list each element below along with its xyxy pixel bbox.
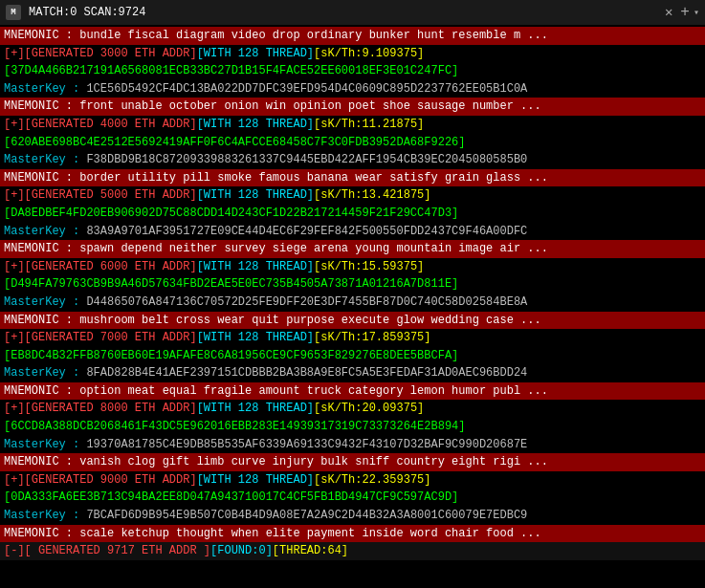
masterkey-line: MasterKey : 7BCAFD6D9B954E9B507C0B4B4D9A… (0, 507, 705, 525)
tab-dropdown-button[interactable]: ▾ (694, 7, 699, 18)
generated-line: [+][GENERATED 9000 ETH ADDR][WITH 128 TH… (0, 471, 705, 490)
generated-line: [+][GENERATED 6000 ETH ADDR][WITH 128 TH… (0, 258, 705, 276)
address-line: [620ABE698BC4E2512E5692419AFF0F6C4AFCCE6… (0, 134, 705, 152)
masterkey-line: MasterKey : 19370A81785C4E9DB85B535AF633… (0, 436, 705, 454)
generated-line: [+][GENERATED 5000 ETH ADDR][WITH 128 TH… (0, 186, 705, 205)
new-tab-button[interactable]: + (680, 4, 690, 21)
mnemonic-line: MNEMONIC : spawn depend neither survey s… (0, 240, 705, 258)
mnemonic-line: MNEMONIC : scale ketchup thought when el… (0, 525, 705, 543)
masterkey-line: MasterKey : 83A9A9701AF3951727E09CE44D4E… (0, 223, 705, 241)
generated-line: [+][GENERATED 8000 ETH ADDR][WITH 128 TH… (0, 400, 705, 418)
mnemonic-line: MNEMONIC : border utility pill smoke fam… (0, 169, 705, 187)
title-text: MATCH:0 SCAN:9724 (29, 6, 646, 19)
generated-line: [+][GENERATED 7000 ETH ADDR][WITH 128 TH… (0, 329, 705, 347)
status-line: [-][ GENERATED 9717 ETH ADDR ][FOUND:0][… (0, 542, 705, 560)
generated-line: [+][GENERATED 4000 ETH ADDR][WITH 128 TH… (0, 116, 705, 134)
mnemonic-line: MNEMONIC : vanish clog gift limb curve i… (0, 453, 705, 471)
mnemonic-line: MNEMONIC : option meat equal fragile amo… (0, 382, 705, 401)
masterkey-line: MasterKey : 1CE56D5492CF4DC13BA022DD7DFC… (0, 80, 705, 98)
address-line: [0DA333FA6EE3B713C94BA2EE8D047A943710017… (0, 489, 705, 507)
address-line: [DA8EDBEF4FD20EB906902D75C88CDD14D243CF1… (0, 205, 705, 223)
address-line: [37D4A466B217191A6568081ECB33BC27D1B15F4… (0, 62, 705, 80)
address-line: [6CCD8A388DCB2068461F43DC5E962016EBB283E… (0, 418, 705, 436)
mnemonic-line: MNEMONIC : front unable october onion wi… (0, 98, 705, 116)
mnemonic-line: MNEMONIC : bundle fiscal diagram video d… (0, 27, 705, 45)
generated-line: [+][GENERATED 3000 ETH ADDR][WITH 128 TH… (0, 45, 705, 63)
masterkey-line: MasterKey : 8FAD828B4E41AEF2397151CDBBB2… (0, 364, 705, 382)
address-line: [D494FA79763CB9B9A46D57634FBD2EAE5E0EC73… (0, 275, 705, 294)
close-button[interactable]: ✕ (661, 6, 676, 19)
title-bar: M MATCH:0 SCAN:9724 ✕ + ▾ (0, 0, 705, 25)
mnemonic-line: MNEMONIC : mushroom belt cross wear quit… (0, 312, 705, 330)
content-area: MNEMONIC : bundle fiscal diagram video d… (0, 25, 705, 588)
app-icon: M (6, 5, 21, 20)
masterkey-line: MasterKey : F38DBD9B18C87209339883261337… (0, 151, 705, 169)
address-line: [EB8DC4B32FFB8760EB60E19AFAFE8C6A81956CE… (0, 347, 705, 365)
masterkey-line: MasterKey : D44865076A847136C70572D25FE9… (0, 294, 705, 312)
